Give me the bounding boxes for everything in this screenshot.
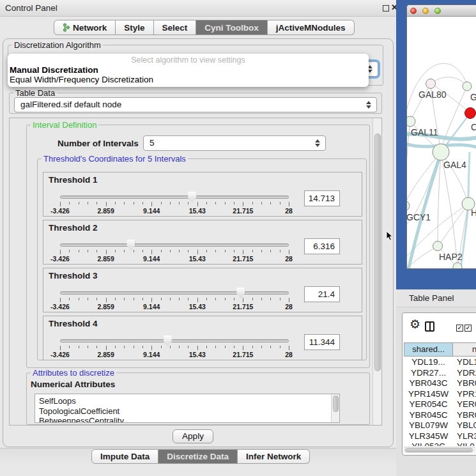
slider-handle[interactable] (127, 240, 135, 250)
slider-track[interactable] (60, 291, 289, 295)
top-tab-bar: NetworkStyleSelectCyni ToolboxjActiveMNo… (54, 20, 355, 35)
slider-tick (188, 298, 188, 300)
slider-tick (206, 298, 207, 300)
tab-network[interactable]: Network (54, 20, 116, 35)
slider-handle[interactable] (188, 192, 196, 203)
bottom-tab-infer-network[interactable]: Infer Network (238, 449, 310, 464)
table-row[interactable]: YLR345WYLR3 (404, 431, 476, 442)
slider-tick (280, 250, 280, 252)
slider-tick (188, 202, 188, 204)
slider-track[interactable] (60, 339, 289, 342)
slider-tick (234, 202, 234, 204)
tab-cyni-toolbox[interactable]: Cyni Toolbox (196, 20, 268, 35)
tab-label: Select (162, 23, 188, 33)
slider-tick (234, 250, 234, 252)
tab-style[interactable]: Style (116, 20, 153, 35)
slider-tick (261, 346, 262, 348)
threshold-value-field[interactable]: 21.4 (304, 286, 340, 302)
column-header-1[interactable]: shared... (404, 342, 453, 357)
network-edge (431, 77, 467, 86)
settings-scrollbar[interactable] (372, 118, 381, 425)
bottom-tab-label: Discretize Data (167, 452, 229, 461)
tab-jactivemnodules[interactable]: jActiveMNodules (268, 20, 355, 35)
slider-scale-label: 28 (270, 351, 308, 358)
number-of-intervals-combo[interactable]: 5 (143, 135, 326, 151)
table-hscrollbar[interactable] (404, 447, 475, 453)
slider-tick (197, 202, 198, 206)
attributes-group-title: Attributes to discretize (31, 368, 116, 378)
network-canvas[interactable]: GAL80GACGAL11GAL4GCY1HHAP2 (407, 17, 476, 269)
network-node-c[interactable] (465, 108, 476, 119)
slider-track[interactable] (60, 243, 289, 247)
table-row[interactable]: YBR043CYBR0 (404, 378, 476, 389)
threshold-value-field[interactable]: 6.316 (304, 238, 340, 254)
table-row[interactable]: YDR27...YDR2 (404, 368, 476, 379)
table-row[interactable]: YIL052CYIL0 (404, 441, 476, 446)
attributes-group: Attributes to discretize Numerical Attri… (26, 372, 370, 425)
slider-tick (206, 250, 207, 252)
algorithm-option-manual[interactable]: Manual Discretization (8, 65, 369, 75)
slider-tick (215, 202, 216, 204)
threshold-value-field[interactable]: 11.344 (304, 334, 340, 350)
combo-arrows-icon (315, 139, 320, 148)
attributes-scrollbar[interactable] (331, 394, 339, 422)
attribute-list-item[interactable]: TopologicalCoefficient (35, 406, 339, 417)
cell-shared-name: YIL052C (404, 441, 453, 446)
attribute-list-item[interactable]: SelfLoops (35, 396, 339, 406)
attributes-scrollbar-thumb[interactable] (333, 395, 339, 412)
network-node[interactable] (453, 263, 462, 269)
minimize-traffic-light[interactable] (422, 8, 429, 14)
table-row[interactable]: YDL19...YDL1 (404, 357, 476, 368)
slider-tick (60, 298, 61, 302)
table-row[interactable]: YBL079WYBL0 (404, 420, 476, 431)
slider-tick (261, 250, 262, 252)
checkbox-icon[interactable]: ✓ (464, 325, 472, 332)
close-traffic-light[interactable] (410, 8, 417, 14)
tab-select[interactable]: Select (154, 20, 197, 35)
cell-name: YDL1 (453, 357, 476, 368)
threshold-label: Threshold 2 (49, 223, 98, 233)
settings-scrollbar-thumb[interactable] (374, 134, 381, 371)
zoom-traffic-light[interactable] (434, 8, 441, 14)
slider-tick (289, 346, 289, 350)
apply-button[interactable]: Apply (173, 429, 213, 443)
network-node-gal11[interactable] (407, 116, 415, 127)
network-node-label: GAL80 (418, 89, 447, 100)
tab-label: Network (73, 23, 107, 33)
algorithm-placeholder-option[interactable]: Select algorithm to view settings (8, 55, 369, 65)
slider-tick (151, 202, 152, 206)
bottom-tab-impute-data[interactable]: Impute Data (91, 449, 158, 464)
network-node-gal80[interactable] (426, 79, 436, 89)
slider-tick (188, 346, 188, 348)
table-hscrollbar-thumb[interactable] (405, 448, 473, 452)
table-data-combo-value: galFiltered.sif default node (20, 100, 121, 109)
network-node-gal4[interactable] (433, 144, 449, 160)
network-window[interactable]: GAL80GACGAL11GAL4GCY1HHAP2 (406, 4, 476, 269)
table-row[interactable]: YBR045CYBR0 (404, 410, 476, 421)
checkbox-icon[interactable]: ✓ (456, 325, 463, 332)
network-node-hap2[interactable] (433, 242, 443, 251)
table-row[interactable]: YER054CYER0 (404, 399, 476, 410)
network-node-label: HAP2 (439, 252, 463, 262)
network-node-gcy1[interactable] (407, 201, 410, 211)
threshold-value-field[interactable]: 14.713 (304, 190, 340, 206)
gear-icon[interactable]: ⚙ (410, 318, 420, 331)
algorithm-option-equal-width[interactable]: Equal Width/Frequency Discretization (8, 75, 369, 84)
slider-track[interactable] (60, 196, 289, 199)
slider-tick (179, 250, 180, 252)
column-header-2[interactable]: na (453, 342, 476, 357)
table-row[interactable]: YPR145WYPR1 (404, 389, 476, 400)
slider-tick (252, 298, 253, 300)
table-data-combo[interactable]: galFiltered.sif default node (14, 97, 377, 112)
bottom-tab-discretize-data[interactable]: Discretize Data (158, 449, 238, 464)
float-icon[interactable] (383, 5, 389, 12)
column-select-icon[interactable] (425, 321, 434, 332)
tab-label: Style (124, 23, 144, 33)
slider-handle[interactable] (164, 335, 172, 346)
slider-tick (60, 346, 61, 350)
attribute-list-item[interactable]: BetweennessCentrality (35, 416, 339, 423)
slider-scale-label: 21.715 (224, 207, 262, 215)
slider-tick (88, 250, 88, 252)
network-node-ga[interactable] (463, 82, 472, 91)
slider-handle[interactable] (236, 288, 245, 298)
